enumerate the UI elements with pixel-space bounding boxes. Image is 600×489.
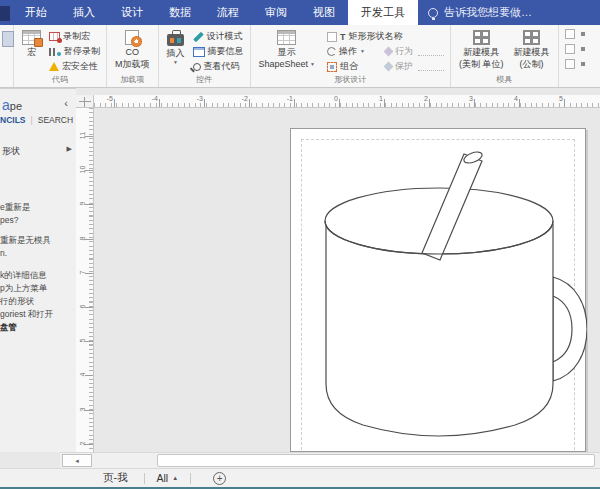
ruler-number: -2 [242,95,250,102]
record-macro-label: 录制宏 [63,30,90,43]
macros-button[interactable]: 宏 [18,27,45,57]
shapes-panel-tabs: NCILS | SEARCH [0,115,76,125]
behavior-icon [384,47,394,57]
tab-separator: | [31,115,33,125]
tell-me-box[interactable]: 告诉我您想要做… [418,0,542,25]
new-stencil-metric-button[interactable]: 新建模具 (公制) [510,27,554,69]
checkbox-icon [327,32,337,42]
tab-insert[interactable]: 插入 [60,0,108,25]
record-macro-icon [49,32,60,41]
title-fragment-a: a [2,97,10,113]
horizontal-ruler: -5-4-3-2-1012345 [76,95,600,108]
shapes-panel-title: ape [2,97,22,113]
tab-stencils[interactable]: NCILS [0,115,26,125]
ruler-number: 0 [334,95,340,102]
show-shapesheet-button[interactable]: 显示 ShapeSheet ▼ [255,27,320,69]
behavior-label: 行为 [395,45,413,58]
checkbox-icon[interactable] [565,44,575,54]
tab-review[interactable]: 审阅 [252,0,300,25]
add-page-button[interactable]: + [213,472,226,485]
dotted-leader [418,62,444,71]
summary-info-button[interactable]: 摘要信息 [191,44,246,59]
horizontal-scrollbar[interactable]: ◂ [60,452,600,468]
window-edge-fragment [0,6,10,21]
operations-button[interactable]: 操作 ▼ [325,44,383,59]
macros-icon [22,30,41,45]
design-mode-button[interactable]: 设计模式 [191,29,246,44]
ruler-number: 9 [79,199,86,209]
protection-icon [384,62,394,72]
record-macro-button[interactable]: 录制宏 [47,29,102,44]
insert-control-button[interactable]: 插入 ▼ [163,27,189,65]
message-line: pes? [0,214,76,227]
tab-process[interactable]: 流程 [204,0,252,25]
combine-label: 组合 [340,60,358,73]
page-tab[interactable]: 页-我 [95,471,136,485]
tab-view[interactable]: 视图 [300,0,348,25]
tab-developer[interactable]: 开发工具 [348,0,418,25]
message-line: 盘管 [0,321,76,334]
title-fragment: pe [10,100,22,112]
view-code-button[interactable]: 查看代码 [191,59,246,74]
ruler-number: 5 [79,336,86,346]
ruler-number: -5 [107,95,115,102]
protection-label: 保护 [395,60,413,73]
shapes-panel: ape ‹ NCILS | SEARCH 形状 ▶ e重新是pes?重新是无模具… [0,88,76,452]
ribbon-group-stencils: 新建模具 (美制 单位) 新建模具 (公制) 模具 [451,25,559,87]
tab-search[interactable]: SEARCH [38,115,73,125]
message-line: goriest 和打开 [0,308,76,321]
shape-name-checkbox[interactable]: T 矩形形状名称 [325,29,446,44]
combine-icon [327,62,337,72]
divider [144,473,145,484]
tab-home[interactable]: 开始 [12,0,60,25]
ruler-number: 10 [79,165,86,175]
message-line: n. [0,247,76,260]
ruler-number: 1 [379,95,385,102]
chevron-up-icon: ▲ [172,475,178,481]
pause-recording-label: 暂停录制 [64,45,100,58]
drawing-page[interactable] [290,128,586,452]
no-stencils-message: e重新是pes?重新是无模具n.k的详细信息p为上方菜单行的形状goriest … [0,201,76,334]
ruler-number: -1 [287,95,295,102]
dotted-leader [418,47,444,56]
developer-ribbon: 宏 录制宏 暂停录制 宏安全性 代码 [0,25,600,88]
checkbox-icon[interactable] [565,29,575,39]
message-line: 行的形状 [0,295,76,308]
message-line: 重新是无模具 [0,234,76,247]
pause-icon [49,48,61,56]
mug-shape[interactable] [291,129,587,452]
more-shapes-item[interactable]: 形状 ▶ [2,145,72,158]
dropdown-arrow-icon: ▼ [360,49,365,54]
pause-recording-button[interactable]: 暂停录制 [47,44,102,59]
macro-security-button[interactable]: 宏安全性 [47,59,102,74]
ruler-number: 8 [79,233,86,243]
scrollbar-thumb[interactable] [157,454,595,467]
behavior-button[interactable]: 行为 [383,44,446,59]
stencil-window-icon [473,30,490,45]
com-addins-icon [125,30,139,45]
lightbulb-icon [428,8,438,18]
checkbox-icon[interactable] [565,59,575,69]
tab-design[interactable]: 设计 [108,0,156,25]
new-stencil-us-button[interactable]: 新建模具 (美制 单位) [455,27,508,69]
com-addins-label-1: CO [126,47,140,57]
tab-data[interactable]: 数据 [156,0,204,25]
drawing-canvas[interactable] [94,108,600,452]
shape-design-row-2: 操作 ▼ 行为 [325,44,446,59]
com-addins-label-2: M加载项 [115,59,150,69]
stencils-group-label: 模具 [455,74,554,86]
visual-basic-button-fragment[interactable] [0,25,14,87]
show-shapesheet-label-2: ShapeSheet [259,59,309,69]
com-addins-button[interactable]: CO M加载项 [111,27,154,69]
macro-security-label: 宏安全性 [62,60,98,73]
protection-button[interactable]: 保护 [383,59,446,74]
ruler-number: 7 [79,267,86,277]
ruler-number: 3 [79,404,86,414]
all-pages-button[interactable]: All ▲ [153,472,183,484]
new-stencil-us-label-1: 新建模具 [463,47,499,57]
combine-button[interactable]: 组合 [325,59,383,74]
shapesheet-icon [277,30,296,45]
scroll-left-button[interactable]: ◂ [62,454,92,467]
operations-icon [327,47,336,56]
collapse-panel-icon[interactable]: ‹ [64,97,68,109]
